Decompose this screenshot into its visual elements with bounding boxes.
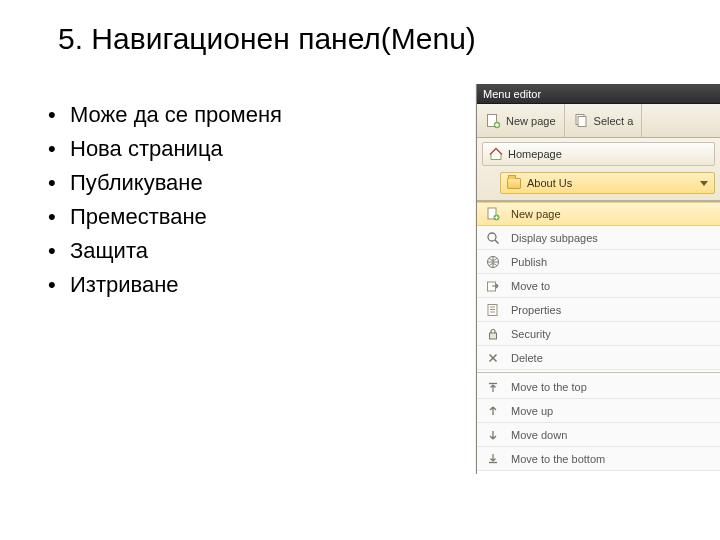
context-menu-properties[interactable]: Properties <box>477 298 720 322</box>
context-menu-label: Move up <box>511 405 553 417</box>
context-menu-delete[interactable]: Delete <box>477 346 720 370</box>
magnifier-icon <box>483 231 503 245</box>
context-menu-move-up[interactable]: Move up <box>477 399 720 423</box>
context-menu-label: Publish <box>511 256 547 268</box>
context-menu-label: Move to the bottom <box>511 453 605 465</box>
move-down-icon <box>483 428 503 442</box>
tree-item-about-us[interactable]: About Us <box>500 172 715 194</box>
new-page-icon <box>485 113 501 129</box>
context-menu-label: Move to <box>511 280 550 292</box>
context-menu-move-top[interactable]: Move to the top <box>477 375 720 399</box>
svg-rect-10 <box>490 333 497 339</box>
context-menu-label: Delete <box>511 352 543 364</box>
context-menu-label: Properties <box>511 304 561 316</box>
context-menu-label: Display subpages <box>511 232 598 244</box>
context-menu-label: New page <box>511 208 561 220</box>
context-menu-separator <box>477 372 720 373</box>
chevron-down-icon <box>700 181 708 186</box>
context-menu-new-page[interactable]: New page <box>477 202 720 226</box>
toolbar-new-page-button[interactable]: New page <box>477 104 565 137</box>
svg-rect-3 <box>578 116 586 126</box>
page-tree: Homepage About Us <box>477 138 720 201</box>
home-icon <box>489 147 503 161</box>
publish-icon <box>483 255 503 269</box>
context-menu-security[interactable]: Security <box>477 322 720 346</box>
new-page-icon <box>483 207 503 221</box>
folder-icon <box>507 178 521 189</box>
context-menu-publish[interactable]: Publish <box>477 250 720 274</box>
svg-point-6 <box>488 233 496 241</box>
panel-toolbar: New page Select a <box>477 104 720 138</box>
context-menu-label: Security <box>511 328 551 340</box>
tree-item-label: About Us <box>527 177 572 189</box>
context-menu-move-bottom[interactable]: Move to the bottom <box>477 447 720 471</box>
context-menu-label: Move to the top <box>511 381 587 393</box>
move-up-icon <box>483 404 503 418</box>
tree-root-homepage[interactable]: Homepage <box>482 142 715 166</box>
panel-title-bar: Menu editor <box>477 84 720 104</box>
lock-icon <box>483 327 503 341</box>
tree-root-label: Homepage <box>508 148 562 160</box>
move-top-icon <box>483 380 503 394</box>
move-icon <box>483 279 503 293</box>
move-bottom-icon <box>483 452 503 466</box>
context-menu-move-down[interactable]: Move down <box>477 423 720 447</box>
context-menu: New pageDisplay subpagesPublishMove toPr… <box>477 201 720 471</box>
context-menu-label: Move down <box>511 429 567 441</box>
context-menu-move-to[interactable]: Move to <box>477 274 720 298</box>
properties-icon <box>483 303 503 317</box>
delete-icon <box>483 351 503 365</box>
panel-title: Menu editor <box>483 88 541 100</box>
toolbar-new-page-label: New page <box>506 115 556 127</box>
select-pages-icon <box>573 113 589 129</box>
context-menu-display-sub[interactable]: Display subpages <box>477 226 720 250</box>
slide-title: 5. Навигационен панел(Menu) <box>0 0 720 56</box>
menu-editor-panel: Menu editor New page Select a Homepage <box>476 84 720 474</box>
toolbar-select-button[interactable]: Select a <box>565 104 643 137</box>
toolbar-select-label: Select a <box>594 115 634 127</box>
